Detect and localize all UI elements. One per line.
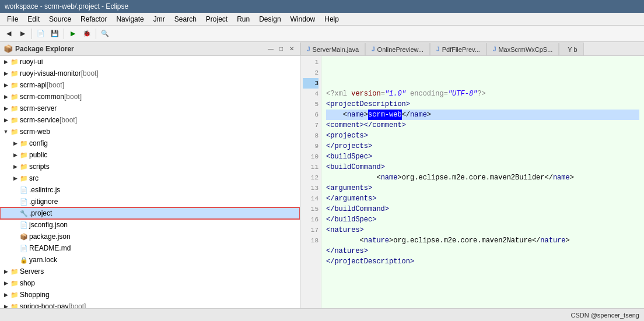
code-line-16: </natures> bbox=[326, 246, 639, 256]
editor-tab-server-main[interactable]: JServerMain.java bbox=[300, 43, 365, 55]
menu-item-window[interactable]: Window bbox=[286, 14, 320, 24]
tree-suffix-spring-boot-pay: [boot] bbox=[68, 302, 86, 308]
tree-item-src[interactable]: ▶📁src bbox=[0, 172, 300, 184]
package-explorer-icon: 📦 bbox=[4, 44, 13, 53]
editor-tab-max-scrm[interactable]: JMaxScrmWxCpS... bbox=[487, 43, 559, 55]
tree-icon-jsconfig: 📄 bbox=[20, 221, 28, 229]
tree-icon-project: 🔧 bbox=[20, 210, 28, 217]
title-bar: workspace - scrm-web/.project - Eclipse bbox=[0, 0, 644, 13]
menu-item-source[interactable]: Source bbox=[44, 14, 76, 24]
code-line-14: <natures> bbox=[326, 225, 639, 235]
menu-item-run[interactable]: Run bbox=[232, 14, 254, 24]
menu-item-project[interactable]: Project bbox=[201, 14, 232, 24]
tree-item-readme[interactable]: 📄README.md bbox=[0, 242, 300, 254]
tree-item-shopping[interactable]: ▶📁Shopping bbox=[0, 289, 300, 301]
menu-item-design[interactable]: Design bbox=[254, 14, 285, 24]
toolbar-btn-fwd[interactable]: ▶ bbox=[16, 27, 29, 40]
code-line-13: </buildSpec> bbox=[326, 214, 639, 225]
menu-item-file[interactable]: File bbox=[2, 14, 23, 24]
tree-item-scrm-common[interactable]: ▶📁scrm-common [boot] bbox=[0, 91, 300, 103]
code-line-4: <comment></comment> bbox=[326, 120, 639, 130]
line-number-5: 5 bbox=[303, 99, 318, 110]
tree-toggle-project bbox=[12, 210, 19, 217]
tree-item-package-json[interactable]: 📦package.json bbox=[0, 231, 300, 242]
toolbar-btn-new[interactable]: 📄 bbox=[34, 27, 47, 40]
tree-toggle-shop[interactable]: ▶ bbox=[2, 280, 9, 287]
editor-tab-pdf-file[interactable]: JPdfFilePrev... bbox=[430, 43, 487, 55]
tree-icon-eslintrc: 📄 bbox=[20, 186, 28, 194]
menu-item-help[interactable]: Help bbox=[320, 14, 344, 24]
tree-label-package-json: package.json bbox=[29, 232, 71, 241]
toolbar-btn-back[interactable]: ◀ bbox=[2, 27, 15, 40]
tree-item-spring-boot-pay[interactable]: ▶📁spring-boot-pay [boot] bbox=[0, 301, 300, 308]
menu-item-edit[interactable]: Edit bbox=[23, 14, 44, 24]
tree-item-project[interactable]: 🔧.project bbox=[0, 207, 300, 219]
line-number-17: 17 bbox=[303, 225, 318, 235]
toolbar-btn-save[interactable]: 💾 bbox=[48, 27, 61, 40]
tree-toggle-scrm-api[interactable]: ▶ bbox=[2, 82, 9, 89]
tree-toggle-scrm-service[interactable]: ▶ bbox=[2, 117, 9, 124]
editor-tab-online-preview[interactable]: JOnlinePreview... bbox=[365, 43, 430, 55]
tree-toggle-scrm-server[interactable]: ▶ bbox=[2, 105, 9, 112]
tree-label-spring-boot-pay: spring-boot-pay bbox=[20, 302, 68, 308]
tree-toggle-shopping[interactable]: ▶ bbox=[2, 291, 9, 298]
tree-item-ruoyi-ui[interactable]: ▶📁ruoyi-ui bbox=[0, 56, 300, 68]
toolbar-btn-run[interactable]: ▶ bbox=[66, 27, 79, 40]
tree-toggle-ruoyi-ui[interactable]: ▶ bbox=[2, 58, 9, 65]
line-number-8: 8 bbox=[303, 130, 318, 141]
tree-item-scrm-api[interactable]: ▶📁scrm-api [boot] bbox=[0, 79, 300, 91]
tree-toggle-scrm-web[interactable]: ▼ bbox=[2, 128, 9, 135]
line-numbers: 123456789101112131415161718 bbox=[300, 56, 321, 308]
toolbar-btn-search[interactable]: 🔍 bbox=[99, 27, 111, 40]
panel-minimize-btn[interactable]: — bbox=[266, 44, 275, 54]
tree-item-scrm-service[interactable]: ▶📁scrm-service [boot] bbox=[0, 114, 300, 126]
menu-item-search[interactable]: Search bbox=[170, 14, 201, 24]
code-editor[interactable]: 123456789101112131415161718 <?xml versio… bbox=[300, 56, 644, 308]
tree-toggle-servers[interactable]: ▶ bbox=[2, 268, 9, 275]
panel-maximize-btn[interactable]: □ bbox=[276, 44, 286, 54]
tree-toggle-config[interactable]: ▶ bbox=[12, 140, 19, 147]
tree-toggle-src[interactable]: ▶ bbox=[12, 175, 19, 182]
tree-container[interactable]: ▶📁ruoyi-ui▶📁ruoyi-visual-monitor [boot]▶… bbox=[0, 56, 300, 308]
tree-icon-scrm-server: 📁 bbox=[10, 105, 19, 112]
tree-toggle-public[interactable]: ▶ bbox=[12, 151, 19, 158]
watermark-text: CSDN @spencer_tseng bbox=[570, 312, 639, 319]
tree-toggle-scripts[interactable]: ▶ bbox=[12, 163, 19, 170]
tree-toggle-spring-boot-pay[interactable]: ▶ bbox=[2, 303, 9, 308]
editor-tab-y-tab[interactable]: Y b bbox=[559, 43, 583, 55]
tree-toggle-scrm-common[interactable]: ▶ bbox=[2, 93, 9, 100]
tree-item-scrm-web[interactable]: ▼📁scrm-web bbox=[0, 126, 300, 137]
tree-icon-package-json: 📦 bbox=[20, 233, 28, 241]
code-line-17: </projectDescription> bbox=[326, 256, 639, 267]
tree-item-servers[interactable]: ▶📁Servers bbox=[0, 266, 300, 277]
line-number-7: 7 bbox=[303, 120, 318, 130]
line-number-18: 18 bbox=[303, 235, 318, 246]
tree-label-public: public bbox=[29, 151, 47, 159]
tree-item-jsconfig[interactable]: 📄jsconfig.json bbox=[0, 219, 300, 231]
code-line-1: <?xml version="1.0" encoding="UTF-8"?> bbox=[326, 89, 639, 99]
tree-icon-scrm-service: 📁 bbox=[10, 117, 19, 124]
tree-item-eslintrc[interactable]: 📄.eslintrc.js bbox=[0, 184, 300, 196]
toolbar-btn-debug[interactable]: 🐞 bbox=[80, 27, 93, 40]
menu-item-navigate[interactable]: Navigate bbox=[111, 14, 148, 24]
tree-toggle-jsconfig bbox=[12, 221, 19, 228]
tree-item-yarn-lock[interactable]: 🔒yarn.lock bbox=[0, 254, 300, 266]
tree-item-ruoyi-visual-monitor[interactable]: ▶📁ruoyi-visual-monitor [boot] bbox=[0, 68, 300, 79]
tree-label-shopping: Shopping bbox=[20, 291, 50, 299]
menu-item-jmr[interactable]: Jmr bbox=[149, 14, 170, 24]
menu-item-refactor[interactable]: Refactor bbox=[76, 14, 111, 24]
panel-close-btn[interactable]: ✕ bbox=[287, 44, 296, 54]
tree-label-jsconfig: jsconfig.json bbox=[29, 221, 68, 229]
tree-item-gitignore[interactable]: 📄.gitignore bbox=[0, 196, 300, 207]
tree-item-scrm-server[interactable]: ▶📁scrm-server bbox=[0, 103, 300, 114]
tree-toggle-eslintrc bbox=[12, 186, 19, 193]
tree-item-scripts[interactable]: ▶📁scripts bbox=[0, 161, 300, 172]
tree-toggle-ruoyi-visual-monitor[interactable]: ▶ bbox=[2, 70, 9, 77]
tree-label-src: src bbox=[29, 174, 38, 182]
tree-item-public[interactable]: ▶📁public bbox=[0, 149, 300, 161]
tree-item-shop[interactable]: ▶📁shop bbox=[0, 277, 300, 289]
tree-item-config[interactable]: ▶📁config bbox=[0, 137, 300, 149]
tree-toggle-readme bbox=[12, 245, 19, 252]
code-content: <?xml version="1.0" encoding="UTF-8"?><p… bbox=[321, 56, 644, 308]
tree-label-shop: shop bbox=[20, 279, 35, 287]
